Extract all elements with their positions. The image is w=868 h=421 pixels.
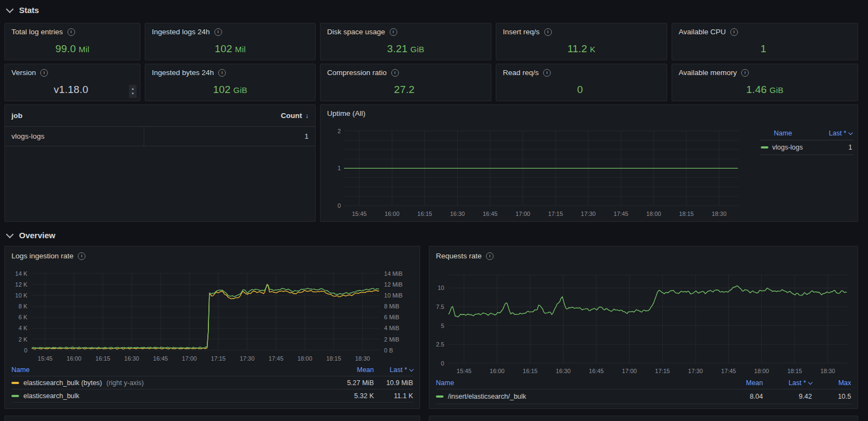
job-table-panel: job Count↓ vlogs-logs 1 xyxy=(4,104,316,222)
legend-mean-value: 5.27 MiB xyxy=(325,379,374,387)
panel-title[interactable]: Total log entries i xyxy=(11,28,75,36)
legend-item[interactable]: elasticsearch_bulk (bytes) (right y-axis… xyxy=(11,376,413,389)
legend-header-name[interactable]: Name xyxy=(11,366,325,374)
info-icon[interactable]: i xyxy=(214,28,222,36)
stat-value: 1.46GiB xyxy=(672,84,858,96)
legend-last-value: 9.42 xyxy=(763,393,812,400)
info-icon[interactable]: i xyxy=(390,28,397,36)
panel-title[interactable]: Insert req/s i xyxy=(503,28,552,36)
column-header-count[interactable]: Count↓ xyxy=(281,112,309,120)
svg-text:16:00: 16:00 xyxy=(490,368,504,374)
series-swatch xyxy=(761,146,768,148)
panel-title[interactable]: Ingested logs 24h i xyxy=(152,28,222,36)
legend-last-value: 10.9 MiB xyxy=(374,379,413,387)
stat-panel-ingested-logs-24h: Ingested logs 24h i 102Mil xyxy=(145,23,316,60)
legend-header: Name Last * xyxy=(760,127,853,140)
svg-text:16:30: 16:30 xyxy=(556,368,570,374)
info-icon[interactable]: i xyxy=(544,28,552,36)
chevron-down-icon xyxy=(6,5,14,13)
svg-text:0: 0 xyxy=(441,360,444,367)
section-header-overview[interactable]: Overview xyxy=(7,231,56,240)
svg-text:16:00: 16:00 xyxy=(385,210,399,217)
stat-value-number: 1.46 xyxy=(746,84,767,95)
info-icon[interactable]: i xyxy=(730,28,738,36)
value-stepper[interactable]: ▲ ▼ xyxy=(129,85,137,98)
stat-panel-disk-space-usage: Disk space usage i 3.21GiB xyxy=(320,23,491,60)
legend-series-name: elasticsearch_bulk (bytes) xyxy=(23,379,102,387)
svg-text:18:15: 18:15 xyxy=(787,368,802,374)
panel-title[interactable]: Ingested bytes 24h i xyxy=(152,69,226,77)
panel-title-text: Disk space usage xyxy=(327,28,385,36)
stepper-up-icon[interactable]: ▲ xyxy=(131,86,134,91)
legend-header-last[interactable]: Last * xyxy=(829,129,852,137)
cell-count: 1 xyxy=(304,132,309,140)
panel-title-text: Available memory xyxy=(679,69,737,77)
panel-title[interactable]: Disk space usage i xyxy=(327,28,397,36)
svg-text:1: 1 xyxy=(337,165,341,171)
svg-text:6 K: 6 K xyxy=(19,314,28,320)
stat-value-number: 3.21 xyxy=(387,43,408,54)
svg-text:16:30: 16:30 xyxy=(450,210,465,217)
logs-ingestion-rate-panel: Logs ingestion rate i 14 K12 K10 K8 K6 K… xyxy=(4,246,420,409)
legend-header-last[interactable]: Last * xyxy=(374,366,413,374)
info-icon[interactable]: i xyxy=(67,28,75,36)
panel-title-text: Available CPU xyxy=(679,28,726,36)
section-header-stats[interactable]: Stats xyxy=(7,5,39,15)
svg-text:14 MiB: 14 MiB xyxy=(384,270,403,277)
legend-item[interactable]: vlogs-logs 1 xyxy=(760,140,853,155)
svg-text:2 K: 2 K xyxy=(19,336,28,343)
uptime-chart[interactable]: 21015:4516:0016:1516:3016:4517:0017:1517… xyxy=(321,105,858,221)
legend-header-mean[interactable]: Mean xyxy=(714,379,763,387)
stat-value: v1.18.0 xyxy=(5,84,140,96)
legend-header-mean[interactable]: Mean xyxy=(325,366,374,374)
svg-text:16:15: 16:15 xyxy=(417,210,432,217)
series-swatch xyxy=(11,395,19,397)
info-icon[interactable]: i xyxy=(741,69,749,77)
chevron-down-icon xyxy=(409,367,414,371)
svg-text:17:30: 17:30 xyxy=(239,355,254,362)
info-icon[interactable]: i xyxy=(543,69,551,77)
stepper-down-icon[interactable]: ▼ xyxy=(131,91,134,96)
legend-header-name[interactable]: Name xyxy=(774,129,792,137)
sort-desc-icon: ↓ xyxy=(305,112,309,120)
panel-title[interactable]: Available CPU i xyxy=(679,28,738,36)
svg-text:0: 0 xyxy=(24,347,27,354)
info-icon[interactable]: i xyxy=(218,69,226,77)
panel-title[interactable]: Compression ratio i xyxy=(327,69,399,77)
legend-header-max[interactable]: Max xyxy=(812,379,851,387)
stat-value-unit: K xyxy=(590,45,595,54)
legend-mean-value: 8.04 xyxy=(714,393,763,400)
svg-text:17:15: 17:15 xyxy=(211,355,225,362)
column-header-job[interactable]: job xyxy=(11,112,22,120)
stat-value-unit: GiB xyxy=(410,45,424,54)
panel-title-text: Ingested bytes 24h xyxy=(152,69,214,77)
stat-value-unit: GiB xyxy=(233,85,248,95)
svg-text:18:00: 18:00 xyxy=(647,210,661,217)
legend-header: Name Mean Last * Max xyxy=(436,377,851,389)
svg-text:7.5: 7.5 xyxy=(436,304,444,310)
legend-header-name[interactable]: Name xyxy=(436,379,714,387)
table-row: vlogs-logs 1 xyxy=(5,127,315,146)
stat-value: 1 xyxy=(672,43,858,55)
legend-mean-value: 5.32 K xyxy=(325,392,374,400)
svg-text:18:15: 18:15 xyxy=(679,210,694,217)
stat-value-unit: Mil xyxy=(79,45,90,54)
panel-title[interactable]: Version i xyxy=(11,69,48,77)
panel-title[interactable]: Available memory i xyxy=(679,69,749,77)
svg-text:18:30: 18:30 xyxy=(820,368,835,374)
legend-header-last-label: Last * xyxy=(829,129,846,137)
stat-value-unit: GiB xyxy=(769,85,784,95)
panel-title[interactable]: Read req/s i xyxy=(503,69,551,77)
info-icon[interactable]: i xyxy=(40,69,48,77)
info-icon[interactable]: i xyxy=(391,69,399,77)
legend-header-last[interactable]: Last * xyxy=(763,379,812,387)
legend-item[interactable]: elasticsearch_bulk 5.32 K 11.1 K xyxy=(11,389,413,403)
legend-header-last-label: Last * xyxy=(390,366,407,374)
svg-text:18:00: 18:00 xyxy=(297,355,312,362)
legend-item[interactable]: /insert/elasticsearch/_bulk 8.04 9.42 10… xyxy=(436,389,851,404)
legend-max-value: 10.5 xyxy=(812,393,851,400)
svg-text:17:45: 17:45 xyxy=(268,355,283,362)
svg-text:16:45: 16:45 xyxy=(589,368,604,374)
uptime-panel: Uptime (All) 21015:4516:0016:1516:3016:4… xyxy=(320,104,858,222)
stat-value-number: v1.18.0 xyxy=(54,84,89,95)
